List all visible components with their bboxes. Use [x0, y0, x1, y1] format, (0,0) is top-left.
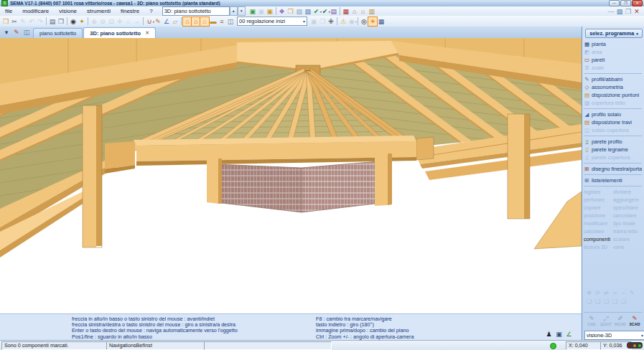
roof-covering-icon[interactable]: ⌂ [183, 17, 192, 26]
apply-check-icon[interactable]: ✔▾ [312, 7, 321, 16]
wall-tool-icon[interactable]: ▥ [368, 7, 376, 16]
sidebar-item-profilo-solaio[interactable]: ◢profilo solaio [584, 110, 644, 118]
layout-icon[interactable]: ❒ [624, 7, 633, 16]
tab-close-icon[interactable]: ✕ [145, 30, 149, 36]
zoom-out-icon[interactable]: ⊖ [98, 17, 107, 26]
wrench-icon[interactable]: ✙ [327, 17, 335, 26]
move-tool-icon[interactable]: ✥ [585, 289, 593, 297]
key-icon[interactable]: ✦ [78, 17, 86, 26]
menu-help[interactable]: ? [144, 8, 157, 14]
box-tool-4-icon[interactable]: ❏ [611, 298, 619, 306]
preview-icon[interactable]: ▨ [615, 7, 624, 16]
stairs-icon[interactable]: ≡ [218, 17, 226, 26]
mode-3cad[interactable]: ✎3CAD [627, 315, 642, 326]
note-tool-icon[interactable]: ✎ [628, 289, 636, 297]
close-button[interactable]: ✕ [632, 0, 643, 6]
eraser-icon[interactable]: ▱ [171, 17, 179, 26]
menu-modificare[interactable]: modificare [17, 8, 54, 14]
menu-file[interactable]: file [0, 8, 17, 14]
copy-window-icon[interactable]: ❐ [57, 17, 65, 26]
person-icon[interactable]: ♟ [545, 331, 553, 339]
sidebar-item-disposizione-puntoni[interactable]: ▤disposizione puntoni [584, 91, 644, 99]
viewport-3d[interactable] [0, 38, 582, 313]
dash-icon[interactable]: — [607, 7, 615, 16]
roof-tool-red-icon[interactable]: ▦ [342, 7, 350, 16]
redo-icon[interactable]: ↷ [36, 17, 45, 26]
copy-folder-icon[interactable]: ❒ [286, 7, 295, 16]
color-swatch-icon[interactable]: ❖ [278, 7, 286, 16]
film-icon[interactable]: ▤ [330, 7, 338, 16]
grid-list-icon[interactable]: ▦ [377, 17, 386, 26]
screen-icon[interactable]: ▣ [555, 331, 563, 339]
sidebar-item-disegno-finestra-porta[interactable]: ⊞disegno finestra/porta [584, 165, 644, 173]
trim-tool-icon[interactable]: ⌐ [620, 289, 627, 297]
visibility-icon[interactable]: ◉▾ [347, 17, 356, 26]
undo-icon[interactable]: ↶ [27, 17, 36, 26]
split-view-icon[interactable]: ◫ [226, 17, 235, 26]
visione-3d-combobox[interactable]: visione-3D ▾ [584, 331, 644, 340]
view-up-spinner[interactable]: ▲ [230, 6, 238, 16]
zoom-home-icon[interactable]: ⌂ [124, 17, 133, 26]
measure-angle-icon[interactable]: ∠ [162, 17, 171, 26]
zoom-fit-icon[interactable]: ↔ [133, 17, 141, 26]
print-icon[interactable]: ▤ [48, 17, 57, 26]
image-blue-icon[interactable]: ▨ [304, 7, 312, 16]
rotate-tool-icon[interactable]: ⟳ [594, 289, 602, 297]
sidebar-item-profili-abbaini[interactable]: ✎profili/abbaini [584, 75, 644, 83]
sidebar-item-liste-elementi[interactable]: ⊞liste/elementi [584, 176, 644, 184]
frame-gray-icon[interactable]: ❒ [318, 17, 327, 26]
views-dropdown-icon[interactable]: ▾ [2, 28, 11, 37]
close-view-icon[interactable]: ✕ [633, 7, 641, 16]
tab-piano-sottotetto[interactable]: piano sottotetto [33, 28, 83, 38]
search-binoculars-icon[interactable]: ◉ [69, 17, 78, 26]
magnet-snap-icon[interactable]: ∪▾ [145, 17, 154, 26]
pencil-icon[interactable]: ✎ [154, 17, 162, 26]
reference-gray-icon[interactable]: ▣ [309, 17, 318, 26]
beam-green-icon[interactable]: ∠ [565, 331, 573, 339]
sidebar-item-assonometria[interactable]: ◇assonometria [584, 83, 644, 91]
minimize-button[interactable]: — [609, 0, 620, 6]
menu-visione[interactable]: visione [54, 8, 82, 14]
mode-mcad[interactable]: ✐MCAD [613, 315, 627, 326]
mode-quot[interactable]: ⤢QUOT [599, 315, 613, 326]
sun-render-icon[interactable]: ☀ [368, 17, 377, 26]
roof-tiles-icon[interactable]: ⌂ [200, 17, 209, 26]
lock-gray-icon[interactable]: ▣ [257, 7, 266, 16]
mode-cad[interactable]: ✎CAD [584, 315, 599, 326]
search-marked-icon[interactable]: ◎ [360, 17, 368, 26]
sidebar-item-disposizione-travi[interactable]: ▤disposizione travi [584, 118, 644, 126]
zoom-window-icon[interactable]: ⊡ [107, 17, 116, 26]
zoom-in-icon[interactable]: ⊕ [90, 17, 98, 26]
box-tool-1-icon[interactable]: ❏ [585, 298, 593, 306]
tab-3d-piano-sottotetto[interactable]: 3D: piano sottotetto ✕ [83, 27, 156, 38]
cut-icon[interactable]: ✂ [10, 17, 19, 26]
warning-icon[interactable]: ⚠ [339, 17, 347, 26]
brush-icon[interactable]: ✎ [19, 17, 27, 26]
align-tool-icon[interactable]: ≍ [611, 289, 619, 297]
lock-gold-icon[interactable]: ▣ [266, 7, 274, 16]
lock-green-icon[interactable]: ▣ [248, 7, 257, 16]
annotate-pen-icon[interactable]: ✎ [12, 28, 21, 37]
sidebar-item-parete-profilo[interactable]: ▯parete profilo [584, 138, 644, 146]
restore-button[interactable]: ❐ [620, 0, 631, 6]
selez-programma-button[interactable]: selez. programma ▾ [585, 29, 643, 38]
box-tool-5-icon[interactable]: ❏ [620, 298, 627, 306]
sidebar-item-pareti[interactable]: ▭pareti [584, 56, 644, 64]
beam-icon[interactable]: ▬ [209, 17, 218, 26]
open-project-icon[interactable]: ❒ [1, 17, 10, 26]
regolazione-combobox[interactable]: 00 regolazione inizi ▾ [237, 16, 307, 26]
sidebar-item-parete-legname[interactable]: ▯parete legname [584, 146, 644, 153]
active-view-combobox[interactable]: 3D: piano sottotetto [162, 6, 230, 16]
confirm-check-icon[interactable]: ✔▾ [321, 7, 330, 16]
image-gray-icon[interactable]: ▨ [295, 7, 304, 16]
menu-strumenti[interactable]: strumenti [82, 8, 116, 14]
view-down-spinner[interactable]: ▼ [238, 6, 246, 16]
menu-finestre[interactable]: finestre [116, 8, 144, 14]
roof-battens-icon[interactable]: ⌂ [192, 17, 200, 26]
split-columns-icon[interactable]: ◫ [22, 28, 31, 37]
door-tool-icon[interactable]: ⌂ [350, 7, 359, 16]
box-tool-2-icon[interactable]: ❏ [594, 298, 602, 306]
mirror-tool-icon[interactable]: ⇄ [602, 289, 610, 297]
action-componenti[interactable]: componenti [584, 236, 613, 242]
pan-icon[interactable]: ✛ [116, 17, 124, 26]
